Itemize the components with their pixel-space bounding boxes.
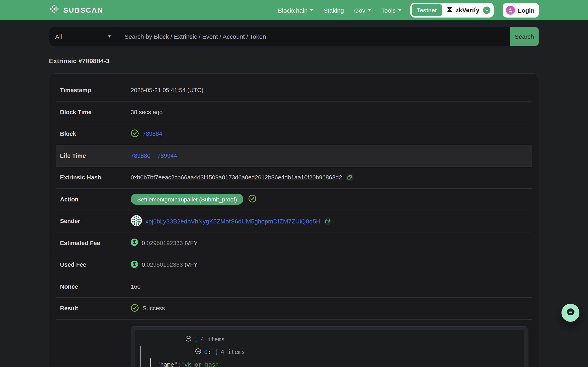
extrinsic-details-card: Timestamp 2025-05-21 05:41:54 (UTC) Bloc… xyxy=(49,73,539,367)
row-block-time: Block Time 38 secs ago xyxy=(56,101,532,123)
extrinsic-hash-value: 0xb0b7bf7eeac2cb66aa4d3f4509a0173d6a0ed2… xyxy=(131,174,342,181)
row-parameters: [ 4 items 0: { 4 items xyxy=(56,319,532,367)
environment-badge: Testnet xyxy=(412,4,442,16)
search-button[interactable]: Search xyxy=(510,27,539,46)
check-circle-icon xyxy=(131,129,139,139)
result-value: Success xyxy=(143,305,165,312)
row-label: Estimated Fee xyxy=(60,240,131,246)
subscan-logo[interactable]: SUBSCAN xyxy=(49,4,103,16)
nav-tools[interactable]: Tools xyxy=(381,7,401,14)
collapse-icon[interactable] xyxy=(147,342,201,362)
copy-icon[interactable] xyxy=(346,174,354,182)
row-label: Nonce xyxy=(60,284,131,290)
timestamp-value: 2025-05-21 05:41:54 (UTC) xyxy=(131,87,203,94)
search-bar: All Search xyxy=(49,27,539,46)
estimated-fee-value: 0.02950192333 tVFY xyxy=(142,240,198,246)
search-filter-select[interactable]: All xyxy=(49,27,117,46)
row-timestamp: Timestamp 2025-05-21 05:41:54 (UTC) xyxy=(56,80,532,101)
row-label: Timestamp xyxy=(60,87,131,94)
search-filter-value: All xyxy=(55,33,62,40)
json-field-line: "name":"vk_or_hash" xyxy=(157,358,521,367)
user-avatar-icon xyxy=(506,6,515,15)
page: SUBSCAN Blockchain Staking Gov Tools xyxy=(0,0,588,367)
row-label: Action xyxy=(60,196,131,203)
row-label: Result xyxy=(60,305,131,312)
used-fee-value: 0.02950192333 tVFY xyxy=(142,262,198,268)
tvfy-token-icon xyxy=(131,239,138,247)
nonce-value: 160 xyxy=(131,284,140,290)
tree-guide-line xyxy=(140,346,141,367)
json-viewer[interactable]: [ 4 items 0: { 4 items xyxy=(135,330,524,367)
chat-icon xyxy=(565,307,576,319)
sender-address-link[interactable]: xpj6bLy33B2edbVhNygK5ZMofS6dUM5ghopmDfZM… xyxy=(145,218,320,225)
nav-blockchain[interactable]: Blockchain xyxy=(278,7,313,14)
copy-icon[interactable] xyxy=(324,217,332,225)
chat-button[interactable] xyxy=(562,304,579,322)
row-label: Block Time xyxy=(60,109,131,115)
chain-name: zkVerify xyxy=(456,7,479,14)
parameters-json-box: [ 4 items 0: { 4 items xyxy=(131,326,528,367)
row-label: Life Time xyxy=(60,152,131,159)
row-label: Block xyxy=(60,131,131,137)
nav-gov[interactable]: Gov xyxy=(354,7,371,14)
check-circle-icon xyxy=(249,195,257,204)
subscan-logo-icon xyxy=(49,4,60,16)
chevron-down-icon xyxy=(398,9,401,11)
page-title: Extrinsic #789884-3 xyxy=(49,58,539,65)
json-item0-line: 0: { 4 items xyxy=(147,346,521,358)
row-label: Extrinsic Hash xyxy=(60,174,131,181)
block-number-link[interactable]: 789884 xyxy=(143,131,162,137)
row-estimated-fee: Estimated Fee 0.02950192333 tVFY xyxy=(56,232,532,254)
main-nav: Blockchain Staking Gov Tools xyxy=(278,7,401,14)
subscan-logo-text: SUBSCAN xyxy=(63,6,103,15)
row-label: Used Fee xyxy=(60,262,131,268)
row-sender: Sender xyxy=(56,210,532,232)
chevron-down-icon xyxy=(368,9,371,11)
life-time-from-link[interactable]: 789880 xyxy=(131,152,150,159)
row-block: Block 789884 xyxy=(56,123,532,145)
nav-staking[interactable]: Staking xyxy=(323,7,344,14)
search-input[interactable] xyxy=(117,27,510,46)
row-result: Result Success xyxy=(56,298,532,319)
life-time-separator: - xyxy=(153,152,155,159)
action-badge[interactable]: Settlementgroth16pallet (Submit_proof) xyxy=(131,194,243,205)
row-extrinsic-hash: Extrinsic Hash 0xb0b7bf7eeac2cb66aa4d3f4… xyxy=(56,167,532,189)
row-used-fee: Used Fee 0.02950192333 tVFY xyxy=(56,254,532,276)
chevron-down-icon xyxy=(108,35,111,38)
network-selector[interactable]: Testnet zkVerify xyxy=(410,3,494,17)
tvfy-token-icon xyxy=(131,261,138,269)
row-action: Action Settlementgroth16pallet (Submit_p… xyxy=(56,189,532,210)
sender-identicon xyxy=(131,215,142,227)
top-navbar: SUBSCAN Blockchain Staking Gov Tools xyxy=(0,0,588,20)
check-circle-icon xyxy=(131,304,139,313)
zkverify-logo-icon xyxy=(446,6,453,15)
tree-guide-line xyxy=(150,358,151,367)
row-nonce: Nonce 160 xyxy=(56,276,532,298)
chevron-down-icon xyxy=(310,9,313,11)
row-label: Sender xyxy=(60,218,131,225)
chevron-down-icon xyxy=(483,7,490,14)
login-button[interactable]: Login xyxy=(503,3,539,17)
row-life-time: Life Time 789880 - 789944 xyxy=(56,145,532,167)
block-time-value: 38 secs ago xyxy=(131,109,163,115)
life-time-to-link[interactable]: 789944 xyxy=(157,152,177,159)
